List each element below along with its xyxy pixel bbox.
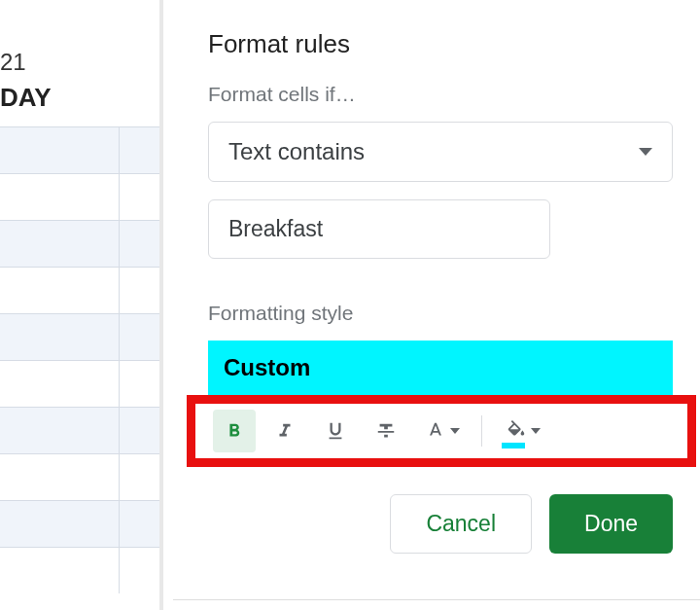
panel-divider — [159, 0, 163, 610]
sheet-row[interactable] — [0, 360, 159, 407]
condition-type-value: Text contains — [228, 138, 365, 165]
sheet-row[interactable] — [0, 313, 159, 360]
sheet-rows — [0, 126, 159, 593]
date-number: 21 — [0, 49, 26, 76]
strikethrough-button[interactable] — [365, 410, 407, 452]
sheet-row[interactable] — [0, 126, 159, 173]
spreadsheet-left-panel: 21 DAY — [0, 0, 159, 610]
text-color-icon — [425, 420, 446, 442]
sheet-row[interactable] — [0, 407, 159, 453]
chevron-down-icon — [531, 428, 541, 434]
formatting-style-label: Formatting style — [208, 302, 673, 325]
sheet-row[interactable] — [0, 173, 159, 220]
underline-button[interactable] — [314, 410, 357, 452]
sheet-row[interactable] — [0, 547, 159, 593]
panel-bottom-border — [173, 599, 700, 600]
italic-icon — [274, 420, 296, 442]
chevron-down-icon — [450, 428, 460, 434]
style-name: Custom — [224, 354, 310, 380]
strikethrough-icon — [375, 420, 397, 442]
toolbar-separator — [481, 415, 482, 447]
fill-color-swatch — [502, 443, 525, 449]
style-preview[interactable]: Custom — [208, 341, 673, 395]
fill-color-icon — [506, 420, 527, 442]
conditional-format-panel: Format rules Format cells if… Text conta… — [173, 0, 700, 610]
formatting-toolbar — [199, 410, 683, 452]
done-button[interactable]: Done — [549, 494, 673, 554]
underline-icon — [325, 420, 346, 442]
condition-value-input[interactable] — [208, 199, 550, 259]
cancel-button[interactable]: Cancel — [390, 494, 532, 554]
fill-color-button[interactable] — [494, 410, 552, 452]
sheet-row[interactable] — [0, 500, 159, 547]
chevron-down-icon — [639, 148, 652, 156]
bold-icon — [224, 420, 245, 442]
condition-type-dropdown[interactable]: Text contains — [208, 122, 673, 182]
day-label: DAY — [0, 83, 52, 113]
bold-button[interactable] — [213, 410, 256, 452]
sheet-row[interactable] — [0, 453, 159, 500]
sheet-row[interactable] — [0, 220, 159, 267]
text-color-button[interactable] — [415, 410, 470, 452]
sheet-row[interactable] — [0, 267, 159, 313]
format-rules-title: Format rules — [208, 29, 673, 59]
action-buttons: Cancel Done — [208, 494, 673, 554]
toolbar-highlight-annotation — [187, 395, 696, 467]
italic-button[interactable] — [263, 410, 306, 452]
format-condition-label: Format cells if… — [208, 83, 673, 106]
